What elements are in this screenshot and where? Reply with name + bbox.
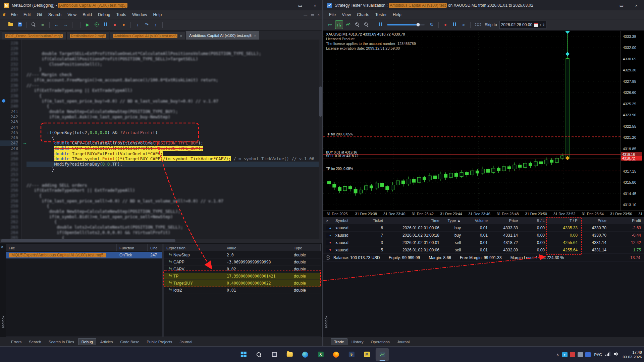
minimize-button[interactable]: — bbox=[599, 0, 614, 10]
watch-row-TP[interactable]: ½TP17.350000000000001421double bbox=[164, 273, 321, 280]
code-line-247[interactable]: ModifyPositionsBuy(0.0,TP); bbox=[26, 162, 322, 167]
trade-column-symbol[interactable]: Symbol bbox=[333, 219, 362, 223]
zoom-in-button[interactable]: + bbox=[353, 20, 361, 29]
editor-menu-build[interactable]: Build bbox=[79, 11, 95, 18]
price-chart[interactable]: XAUUSD,M1 4318.72 4333.69 4318.72 4330.7… bbox=[323, 31, 621, 210]
collapse-icon[interactable]: − bbox=[326, 255, 330, 260]
editor-tab-articles[interactable]: Articles bbox=[97, 338, 116, 345]
save-button[interactable] bbox=[16, 20, 24, 29]
open-folder-button[interactable] bbox=[7, 20, 15, 29]
trade-table-header[interactable]: ×SymbolTicketTimeType ▲VolumePriceS / LT… bbox=[323, 217, 644, 224]
trade-column-price[interactable]: Price bbox=[580, 219, 609, 223]
code-vertical-scrollbar[interactable] bbox=[319, 40, 322, 239]
editor-tab[interactable]: Ambitious Capital AI (v100) test.mq5× bbox=[186, 31, 259, 40]
back-arrow-button[interactable]: ← bbox=[52, 20, 60, 29]
tray-antivirus-icon[interactable] bbox=[570, 352, 575, 357]
search-button[interactable] bbox=[252, 348, 266, 361]
trade-column-profit[interactable]: Profit bbox=[609, 219, 644, 223]
code-line-242[interactable]: { bbox=[26, 135, 322, 140]
excel-icon[interactable]: X bbox=[314, 348, 327, 361]
step-into-button[interactable]: ↓ bbox=[133, 20, 142, 29]
tester-tab-history[interactable]: History bbox=[348, 338, 367, 345]
code-line-244[interactable]: double CAPP=CalculateAllPositionsProfit(… bbox=[26, 146, 322, 151]
tester-tab-journal[interactable]: Journal bbox=[394, 338, 413, 345]
watch-row-lots2[interactable]: ½lots20.01double bbox=[164, 287, 321, 294]
editor-tab[interactable]: Ambitious Capital AI (v100) test.mq5× bbox=[110, 32, 185, 40]
maximize-button[interactable]: ▭ bbox=[614, 0, 629, 10]
editor-menu-search[interactable]: Search bbox=[45, 11, 65, 18]
trade-row-ticket-7[interactable]: ▲xauusd72026.01.02 01:00:18buy0.014331.1… bbox=[323, 232, 644, 239]
pause2-button[interactable] bbox=[450, 20, 459, 29]
editor-tab-code-base[interactable]: Code Base bbox=[117, 338, 143, 345]
firefox-icon[interactable] bbox=[329, 348, 343, 361]
strategy-tester-icon[interactable] bbox=[376, 348, 389, 361]
code-editor[interactable]: 228229230231232233234235236237238239240 … bbox=[0, 40, 322, 239]
maximize-button[interactable]: ▭ bbox=[293, 0, 308, 10]
trade-column-price[interactable]: Price bbox=[490, 219, 521, 223]
trade-row-ticket-6[interactable]: ▲xauusd62026.01.02 01:00:06buy0.014333.3… bbox=[323, 224, 644, 232]
tray-onedrive-icon[interactable] bbox=[578, 352, 583, 357]
tester-menu-help[interactable]: Help bbox=[390, 11, 405, 18]
record-button[interactable]: ● bbox=[441, 20, 449, 29]
editor-tab[interactable]: BOT_Demo Redistribution2.mq5 bbox=[2, 32, 66, 40]
tray-metatrader-icon[interactable] bbox=[585, 352, 591, 357]
trade-column-ticket[interactable]: Ticket bbox=[362, 219, 386, 223]
tester-titlebar[interactable]: Strategy Tester Visualization : Ambitiou… bbox=[323, 0, 644, 10]
code-line-241[interactable]: if(OpenBuy(lots2,0.0,0.0) && !VirtualPro… bbox=[26, 130, 322, 135]
styler-button[interactable]: ≡ bbox=[39, 20, 47, 29]
editor-menu-help[interactable]: Help bbox=[150, 11, 165, 18]
watch-row-CAPP[interactable]: ½CAPP-3.0699999999999998double bbox=[164, 259, 321, 266]
call-stack-row[interactable]: MQL5\Experts\Ambitious Capital AI (v100)… bbox=[6, 252, 162, 259]
editor-tab[interactable]: Redistribution2.mq5 bbox=[66, 32, 109, 40]
code-line-245[interactable]: double TargetBUY=ExtProfitValueOneLot*CA… bbox=[26, 151, 322, 157]
editor-menu-edit[interactable]: Edit bbox=[20, 11, 34, 18]
time-axis[interactable]: 31 Dec 202531 Dec 23:3831 Dec 23:4031 De… bbox=[323, 210, 644, 217]
pause-button[interactable] bbox=[102, 20, 110, 29]
language-indicator[interactable]: РУС bbox=[594, 353, 602, 357]
editor-menu-git[interactable]: Git bbox=[34, 11, 45, 18]
forward-arrow-button[interactable]: → bbox=[61, 20, 69, 29]
speed-slider[interactable] bbox=[387, 24, 425, 25]
tab-close-icon[interactable]: × bbox=[254, 34, 256, 38]
start-button[interactable] bbox=[237, 348, 250, 361]
watch-row-TargetBUY[interactable]: ½TargetBUY0.40000000000000022double bbox=[164, 280, 321, 287]
editor-titlebar[interactable]: M MetaEditor (Debugging) - [Ambitious Ca… bbox=[0, 0, 322, 10]
editor-menu-file[interactable]: File bbox=[8, 11, 20, 18]
code-line-248[interactable]: } bbox=[26, 167, 322, 172]
panel-close-icon[interactable]: × bbox=[323, 219, 333, 223]
breakpoint-button[interactable]: ● bbox=[120, 20, 128, 29]
stop-button[interactable]: ■ bbox=[111, 20, 119, 29]
step-over-button[interactable]: ↷ bbox=[143, 20, 151, 29]
trade-column-volume[interactable]: Volume bbox=[464, 219, 490, 223]
close-button[interactable]: × bbox=[308, 0, 322, 10]
network-icon[interactable] bbox=[605, 352, 610, 358]
metatrader5-icon[interactable]: 5 bbox=[345, 348, 358, 361]
goggles-button[interactable] bbox=[473, 20, 482, 29]
skip-to-date-field[interactable]: 2026.02.28 00:00▾▲▼ bbox=[499, 21, 546, 29]
watch-row-NewStep[interactable]: ½NewStep2.0double bbox=[164, 252, 321, 259]
trade-column-tp[interactable]: T / P bbox=[547, 219, 580, 223]
toolbox-vertical-tab[interactable]: Toolbox bbox=[324, 315, 328, 329]
panel-close-icon[interactable]: × bbox=[1, 245, 3, 249]
price-axis[interactable]: 4333.354332.004330.654329.304327.954326.… bbox=[621, 31, 644, 210]
speed-button[interactable]: ↻ bbox=[428, 20, 436, 29]
taskbar-clock[interactable]: 17:48 03.03.2026 bbox=[623, 350, 642, 359]
code-text[interactable]: double TargetSELL=ExtProfitValueOneLot*C… bbox=[22, 40, 322, 239]
hidden-icons-chevron-icon[interactable]: ∧ bbox=[556, 353, 559, 356]
editor-menu-view[interactable]: View bbox=[64, 11, 79, 18]
bars-chart-button[interactable] bbox=[335, 20, 343, 29]
editor-menu-window[interactable]: Window bbox=[129, 11, 150, 18]
tester-menu-charts[interactable]: Charts bbox=[354, 11, 372, 18]
profiler-button[interactable] bbox=[93, 20, 101, 29]
close-button[interactable]: × bbox=[629, 0, 644, 10]
editor-menu-tools[interactable]: Tools bbox=[113, 11, 129, 18]
file-explorer-icon[interactable] bbox=[283, 348, 297, 361]
editor-tab-search-in-files[interactable]: Search in Files bbox=[45, 338, 77, 345]
code-line-243[interactable]: double CAPV=CalculateAllPositionsVolume(… bbox=[26, 140, 322, 146]
editor-tab-search[interactable]: Search bbox=[25, 338, 44, 345]
code-horizontal-scrollbar[interactable] bbox=[0, 239, 322, 243]
editor-menu-debug[interactable]: Debug bbox=[95, 11, 113, 18]
tray-telegram-icon[interactable]: ▸ bbox=[562, 352, 568, 357]
toolbox-vertical-tab[interactable]: Toolbox bbox=[1, 315, 5, 329]
metaeditor-icon[interactable]: M bbox=[360, 348, 374, 361]
